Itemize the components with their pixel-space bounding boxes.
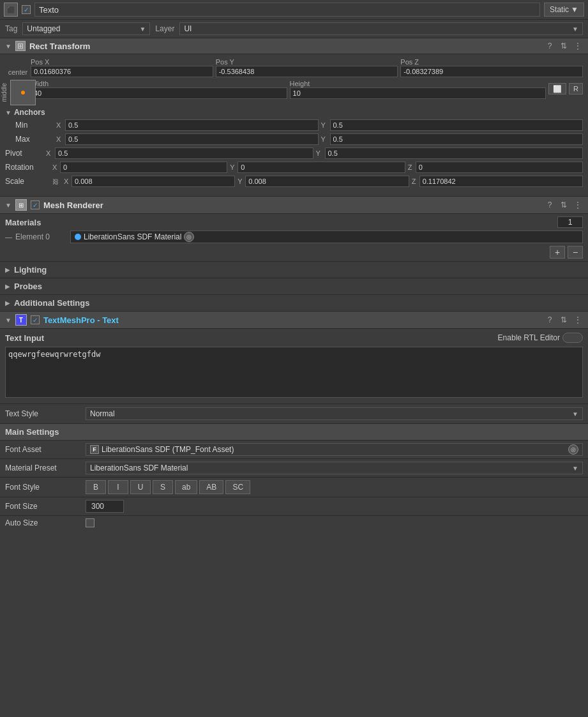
font-style-strikethrough-button[interactable]: S	[153, 480, 173, 494]
font-asset-f-icon: F	[90, 445, 99, 454]
layer-dropdown[interactable]: UI ▼	[179, 22, 583, 35]
font-style-underline-button[interactable]: U	[130, 480, 151, 494]
additional-settings-row[interactable]: ▶ Additional Settings	[0, 294, 588, 311]
width-height-fields: Width Height ⬜ R	[31, 80, 583, 102]
text-area-input[interactable]: qqewrgfeewqrwretgfdw	[5, 347, 583, 398]
rotation-x-field: X	[52, 162, 227, 173]
pivot-xy: X Y	[46, 147, 583, 159]
rtl-toggle[interactable]	[562, 333, 583, 343]
materials-count-input[interactable]	[557, 216, 583, 228]
tmp-checkbox[interactable]: ✓	[31, 315, 40, 324]
rotation-label: Rotation	[5, 163, 50, 172]
anchors-header: ▼ Anchors	[5, 108, 583, 117]
static-button[interactable]: Static ▼	[544, 3, 584, 17]
pos-y-input[interactable]	[216, 66, 398, 77]
tmp-settings-icon[interactable]: ⇅	[559, 315, 569, 325]
pivot-label: Pivot	[5, 149, 43, 158]
pivot-x-input[interactable]	[55, 147, 313, 159]
mesh-renderer-help-icon[interactable]: ?	[545, 200, 555, 210]
rect-transform-content: center Pos X Pos Y Pos Z middle	[0, 54, 588, 196]
rotation-y-input[interactable]	[237, 162, 405, 173]
text-input-section: Text Input Enable RTL Editor qqewrgfeewq…	[0, 329, 588, 404]
rot-z-label: Z	[408, 163, 414, 171]
rect-transform-settings-icon[interactable]: ⇅	[559, 41, 569, 51]
resize-btn[interactable]: ⬜	[548, 83, 566, 94]
material-element-row: — Element 0 LiberationSans SDF Material …	[5, 230, 583, 243]
materials-title: Materials	[5, 218, 557, 227]
rotation-z-input[interactable]	[416, 162, 583, 173]
tag-layer-row: Tag Untagged ▼ Layer UI ▼	[0, 20, 588, 38]
anchors-collapse-icon[interactable]: ▼	[5, 109, 11, 116]
material-preset-row: Material Preset LiberationSans SDF Mater…	[0, 459, 588, 478]
pos-x-label: Pos X	[31, 58, 213, 66]
mat-circle-select-icon[interactable]: ◎	[184, 232, 194, 242]
font-style-lowercase-button[interactable]: ab	[175, 480, 197, 494]
font-style-bold-button[interactable]: B	[86, 480, 106, 494]
scale-x-input[interactable]	[72, 176, 235, 187]
pos-z-label: Pos Z	[400, 58, 583, 66]
anchor-box[interactable]	[10, 80, 36, 105]
rect-transform-collapse-icon[interactable]: ▼	[5, 43, 11, 50]
transform-grid: middle Width Height ⬜ R	[5, 80, 583, 105]
mat-add-button[interactable]: +	[550, 246, 565, 259]
main-settings-header: Main Settings	[0, 423, 588, 441]
pos-x-input[interactable]	[31, 66, 213, 77]
width-input[interactable]	[31, 87, 287, 99]
font-style-smallcaps-button[interactable]: SC	[225, 480, 250, 494]
scale-z-input[interactable]	[419, 176, 583, 187]
text-style-value: Normal	[90, 409, 115, 418]
tmp-title: TextMeshPro - Text	[43, 315, 541, 325]
anchor-max-x-input[interactable]	[65, 133, 319, 145]
scale-y-input[interactable]	[245, 176, 409, 187]
pos-z-input[interactable]	[400, 66, 583, 77]
lighting-label: Lighting	[14, 265, 47, 275]
text-style-dropdown[interactable]: Normal ▼	[86, 407, 583, 420]
font-asset-row: Font Asset F LiberationSans SDF (TMP_Fon…	[0, 441, 588, 459]
rect-transform-menu-icon[interactable]: ⋮	[573, 41, 583, 51]
anchor-icon-area: middle	[5, 80, 31, 105]
anchor-min-y-label: Y	[321, 121, 328, 129]
anchor-min-x-label: X	[56, 121, 63, 129]
mesh-renderer-collapse-icon[interactable]: ▼	[5, 202, 11, 209]
additional-settings-label: Additional Settings	[14, 298, 89, 308]
anchor-max-y-input[interactable]	[330, 133, 584, 145]
pivot-y-input[interactable]	[325, 147, 584, 159]
mesh-renderer-checkbox[interactable]: ✓	[31, 200, 40, 209]
tmp-icons: ? ⇅ ⋮	[545, 315, 583, 325]
object-active-checkbox[interactable]: ✓	[22, 5, 31, 14]
text-input-label: Text Input	[5, 333, 498, 343]
font-style-italic-button[interactable]: I	[108, 480, 128, 494]
height-input[interactable]	[290, 87, 547, 99]
scale-y-field: Y	[237, 176, 409, 187]
anchor-min-x-input[interactable]	[65, 119, 319, 131]
mesh-renderer-settings-icon[interactable]: ⇅	[559, 200, 569, 210]
font-style-buttons: B I U S ab AB SC	[86, 480, 250, 494]
tmp-help-icon[interactable]: ?	[545, 315, 555, 325]
auto-size-checkbox[interactable]	[86, 518, 94, 527]
object-name-input[interactable]	[34, 3, 540, 17]
scale-row: Scale ⛓ X Y Z	[5, 176, 583, 187]
tmp-collapse-icon[interactable]: ▼	[5, 317, 11, 324]
pivot-x-label: X	[46, 149, 52, 157]
mat-add-remove: + −	[5, 246, 583, 259]
mat-remove-button[interactable]: −	[568, 246, 583, 259]
width-label: Width	[31, 80, 287, 87]
font-style-uppercase-button[interactable]: AB	[199, 480, 223, 494]
lighting-row[interactable]: ▶ Lighting	[0, 261, 588, 278]
font-asset-text: LiberationSans SDF (TMP_Font Asset)	[102, 445, 234, 454]
material-preset-dropdown[interactable]: LiberationSans SDF Material ▼	[86, 462, 583, 474]
rect-transform-help-icon[interactable]: ?	[545, 41, 555, 51]
tag-dropdown[interactable]: Untagged ▼	[22, 22, 150, 35]
mesh-renderer-menu-icon[interactable]: ⋮	[573, 200, 583, 210]
rot-y-label: Y	[230, 163, 236, 171]
tmp-menu-icon[interactable]: ⋮	[573, 315, 583, 325]
anchor-min-y-input[interactable]	[330, 119, 584, 131]
probes-row[interactable]: ▶ Probes	[0, 278, 588, 294]
reset-btn[interactable]: R	[569, 83, 583, 94]
rotation-x-input[interactable]	[60, 162, 227, 173]
anchor-max-label: Max	[15, 135, 54, 144]
font-asset-select-icon[interactable]: ◎	[568, 444, 578, 455]
mat-dot-icon	[75, 234, 81, 240]
tag-label: Tag	[5, 24, 17, 33]
font-size-input[interactable]	[86, 500, 124, 513]
